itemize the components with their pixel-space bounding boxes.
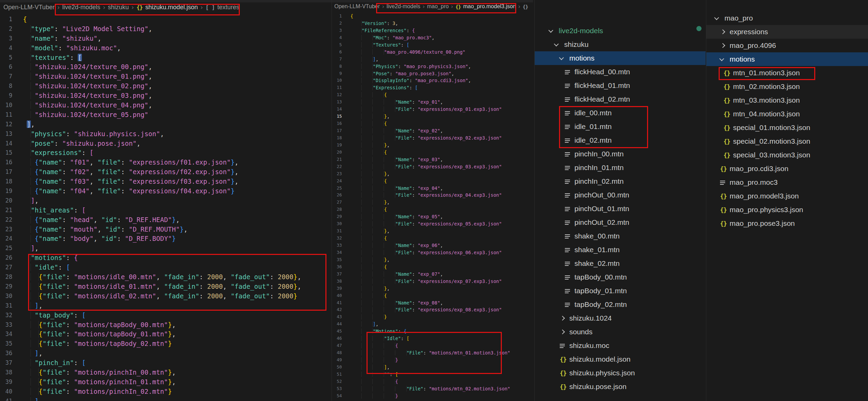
code-line[interactable]: 27 "idle": [ (0, 263, 332, 272)
code-line[interactable]: 12 { (332, 91, 533, 99)
code-line[interactable]: 29 {"file": "motions/idle_01.mtn", "fade… (0, 282, 332, 292)
code-line[interactable]: 27 }, (332, 199, 533, 206)
code-line[interactable]: 10 "shizuku.1024/texture_04.png", (0, 101, 332, 110)
tree-item-motions[interactable]: motions (706, 52, 868, 66)
tree-item-special-01-motion3-json[interactable]: {}special_01.motion3.json (706, 121, 868, 134)
code-line[interactable]: 30 "File": "expressions/exp_05.exp3.json… (332, 220, 533, 228)
code-line[interactable]: 16 { (332, 120, 533, 127)
tree-item-motions[interactable]: motions (535, 51, 706, 65)
code-line[interactable]: 10 "DisplayInfo": "mao_pro.cdi3.json", (332, 77, 533, 84)
tree-item-pinchout-01-mtn[interactable]: pinchOut_01.mtn (535, 202, 706, 216)
code-line[interactable]: 6 "mao_pro.4096/texture_00.png" (332, 49, 533, 56)
code-line[interactable]: 46 "Idle": [ (332, 335, 533, 342)
tree-item-shizuku-moc[interactable]: shizuku.moc (535, 339, 706, 352)
tree-item-mao-pro-cdi3-json[interactable]: {}mao_pro.cdi3.json (706, 162, 868, 176)
code-line[interactable]: 4 "model": "shizuku.moc", (0, 43, 332, 53)
code-line[interactable]: 38 "File": "expressions/exp_07.exp3.json… (332, 278, 533, 285)
code-line[interactable]: 48 "File": "motions/mtn_01.motion3.json" (332, 349, 533, 357)
code-line[interactable]: 36 { (332, 263, 533, 271)
code-line[interactable]: 21 "Name": "exp_03", (332, 156, 533, 163)
code-line[interactable]: 19 {"name": "f04", "file": "expressions/… (0, 186, 332, 196)
breadcrumb-segment[interactable]: mao_pro.model3.json (463, 3, 516, 10)
breadcrumb-segment[interactable]: live2d-models (62, 4, 100, 11)
code-line[interactable]: 28 { (332, 206, 533, 213)
tree-item-idle-00-mtn[interactable]: idle_00.mtn (535, 106, 706, 120)
code-line[interactable]: 11 "Expressions": [ (332, 84, 533, 91)
code-line[interactable]: 52 { (332, 378, 533, 385)
code-line[interactable]: 30 {"file": "motions/idle_02.mtn", "fade… (0, 292, 332, 301)
breadcrumb-segment[interactable]: Open-LLM-VTuber (3, 4, 54, 11)
tree-item-pinchin-01-mtn[interactable]: pinchIn_01.mtn (535, 161, 706, 174)
tree-item-mtn-04-motion3-json[interactable]: {}mtn_04.motion3.json (706, 107, 868, 121)
code-line[interactable]: 26 "File": "expressions/exp_04.exp3.json… (332, 192, 533, 199)
code-line[interactable]: 37 "Name": "exp_07", (332, 271, 533, 278)
code-line[interactable]: 3 "FileReferences": { (332, 27, 533, 34)
tree-item-mao-pro-moc3[interactable]: mao_pro.moc3 (706, 176, 868, 189)
code-line[interactable]: 4 "Moc": "mao_pro.moc3", (332, 34, 533, 41)
tree-item-tapbody-00-mtn[interactable]: tapBody_00.mtn (535, 270, 706, 284)
code-line[interactable]: 18 "File": "expressions/exp_02.exp3.json… (332, 134, 533, 142)
code-line[interactable]: 23 {"name": "mouth", "id": "D_REF.MOUTH"… (0, 225, 332, 234)
code-line[interactable]: 36 ], (0, 349, 332, 358)
breadcrumb-segment[interactable]: mao_pro (427, 3, 449, 10)
code-line[interactable]: 33 "Name": "exp_06", (332, 242, 533, 249)
code-line[interactable]: 25 ], (0, 244, 332, 253)
tree-item-pinchout-02-mtn[interactable]: pinchOut_02.mtn (535, 216, 706, 229)
code-line[interactable]: 24 { (332, 178, 533, 185)
tree-item-mao-pro-4096[interactable]: mao_pro.4096 (706, 39, 868, 52)
tree-item-pinchin-00-mtn[interactable]: pinchIn_00.mtn (535, 147, 706, 161)
tree-item-shake-01-mtn[interactable]: shake_01.mtn (535, 243, 706, 257)
code-line[interactable]: 3 "name": "shizuku", (0, 34, 332, 43)
code-line[interactable]: 5 "textures": [ (0, 53, 332, 63)
code-line[interactable]: 41 "Name": "exp_08", (332, 299, 533, 307)
code-line[interactable]: 20 ], (0, 196, 332, 206)
code-line[interactable]: 7 ], (332, 56, 533, 63)
code-line[interactable]: 39 {"file": "motions/pinchIn_01.mtn"}, (0, 377, 332, 387)
code-line[interactable]: 47 { (332, 342, 533, 349)
tree-item-mao-pro[interactable]: mao_pro (706, 11, 868, 25)
breadcrumb-segment[interactable]: shizuku (108, 4, 129, 11)
code-line[interactable]: 35 {"file": "motions/tapBody_02.mtn"} (0, 339, 332, 349)
tree-item-shizuku-physics-json[interactable]: {}shizuku.physics.json (535, 366, 706, 380)
code-area-shizuku[interactable]: 1{2 "type": "Live2D Model Setting",3 "na… (0, 15, 332, 401)
code-line[interactable]: 40 {"file": "motions/pinchIn_02.mtn"} (0, 387, 332, 397)
code-line[interactable]: 19 }, (332, 142, 533, 149)
code-line[interactable]: 1{ (332, 13, 533, 20)
code-line[interactable]: 16 {"name": "f01", "file": "expressions/… (0, 158, 332, 167)
tree-item-mtn-03-motion3-json[interactable]: {}mtn_03.motion3.json (706, 93, 868, 107)
code-line[interactable]: 22 "File": "expressions/exp_03.exp3.json… (332, 163, 533, 170)
code-line[interactable]: 21 "hit_areas": [ (0, 206, 332, 215)
code-line[interactable]: 13 "Name": "exp_01", (332, 99, 533, 106)
code-line[interactable]: 8 "Physics": "mao_pro.physics3.json", (332, 63, 533, 70)
code-line[interactable]: 5 "Textures": [ (332, 41, 533, 49)
tree-item-mao-pro-physics3-json[interactable]: {}mao_pro.physics3.json (706, 203, 868, 217)
code-line[interactable]: 34 {"file": "motions/tapBody_01.mtn"}, (0, 329, 332, 339)
tree-item-shizuku[interactable]: shizuku (535, 38, 706, 51)
code-line[interactable]: 51 "": [ (332, 371, 533, 378)
code-line[interactable]: 43 } (332, 313, 533, 321)
code-line[interactable]: 33 {"file": "motions/tapBody_00.mtn"}, (0, 320, 332, 330)
code-line[interactable]: 39 }, (332, 285, 533, 292)
code-line[interactable]: 24 {"name": "body", "id": "D_REF.BODY"} (0, 234, 332, 244)
code-line[interactable]: 14 "File": "expressions/exp_01.exp3.json… (332, 106, 533, 113)
tree-item-shake-00-mtn[interactable]: shake_00.mtn (535, 229, 706, 243)
code-line[interactable]: 1{ (0, 15, 332, 24)
code-line[interactable]: 42 "File": "expressions/exp_08.exp3.json… (332, 306, 533, 313)
code-line[interactable]: 7 "shizuku.1024/texture_01.png", (0, 72, 332, 81)
tree-item-mao-pro-model3-json[interactable]: {}mao_pro.model3.json (706, 189, 868, 203)
code-line[interactable]: 2 "Version": 3, (332, 20, 533, 27)
tree-item-tapbody-02-mtn[interactable]: tapBody_02.mtn (535, 298, 706, 311)
code-line[interactable]: 29 "Name": "exp_05", (332, 213, 533, 220)
code-line[interactable]: 31 }, (332, 228, 533, 235)
code-line[interactable]: 22 {"name": "head", "id": "D_REF.HEAD"}, (0, 215, 332, 225)
code-line[interactable]: 9 "shizuku.1024/texture_03.png", (0, 91, 332, 101)
tree-item-flickhead-02-mtn[interactable]: flickHead_02.mtn (535, 92, 706, 106)
code-line[interactable]: 50 ], (332, 364, 533, 371)
code-line[interactable]: 45 "Motions": { (332, 328, 533, 335)
tree-item-idle-02-mtn[interactable]: idle_02.mtn (535, 133, 706, 147)
code-line[interactable]: 18 {"name": "f03", "file": "expressions/… (0, 177, 332, 186)
code-line[interactable]: 41 ] (0, 397, 332, 401)
code-line[interactable]: 34 "File": "expressions/exp_06.exp3.json… (332, 249, 533, 256)
code-line[interactable]: 20 { (332, 149, 533, 156)
tree-item-special-03-motion3-json[interactable]: {}special_03.motion3.json (706, 148, 868, 162)
